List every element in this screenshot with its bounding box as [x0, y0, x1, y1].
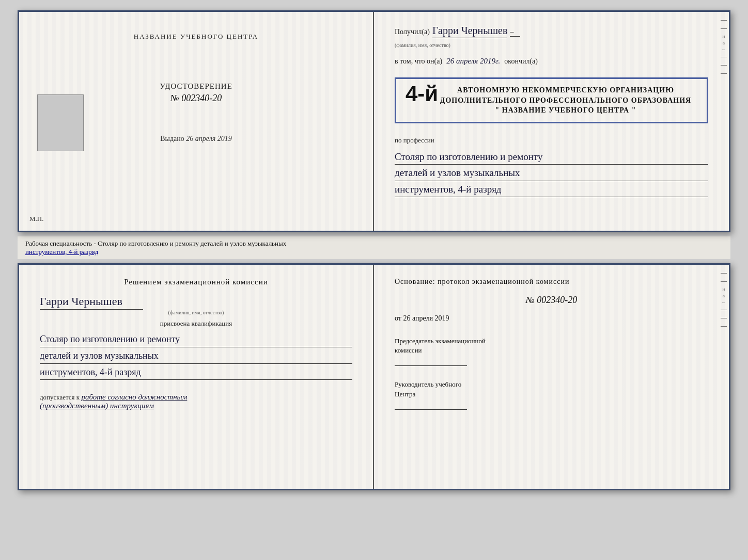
fio-label-bottom: (фамилия, имя, отчество) — [40, 310, 352, 315]
top-document: НАЗВАНИЕ УЧЕБНОГО ЦЕНТРА УДОСТОВЕРЕНИЕ №… — [18, 10, 730, 232]
dopuskaetsya-prefix: допускается к — [40, 393, 80, 401]
dash4 — [721, 65, 727, 66]
middle-text-underlined: инструментов, 4-й разряд — [25, 248, 98, 255]
b-dash5 — [721, 326, 727, 327]
recipient-name-bottom: Гарри Чернышев — [40, 295, 143, 310]
b-mark-arrow: ← — [722, 300, 726, 305]
prof-bottom-line3: инструментов, 4-й разряд — [40, 365, 352, 380]
ot-prefix: от — [395, 314, 401, 322]
ot-block: от 26 апреля 2019 — [395, 314, 708, 323]
mark-arrow: ← — [722, 47, 726, 52]
profession-line2-top: деталей и узлов музыкальных — [395, 166, 708, 181]
fio-label-top: (фамилия, имя, отчество) — [395, 42, 450, 48]
stamp-line3: " НАЗВАНИЕ УЧЕБНОГО ЦЕНТРА " — [434, 105, 697, 116]
photo-placeholder — [37, 94, 84, 151]
b-dash4 — [721, 318, 727, 318]
dopuskaetsya-block: допускается к работе согласно должностны… — [40, 393, 352, 410]
prisvoena-text: присвоена квалификация — [40, 319, 352, 328]
top-header: НАЗВАНИЕ УЧЕБНОГО ЦЕНТРА — [134, 33, 258, 41]
vydano-block: Выдано 26 апреля 2019 — [160, 135, 232, 143]
dash1 — [721, 20, 727, 21]
ot-date: 26 апреля 2019 — [403, 314, 449, 322]
poluchil-prefix: Получил(а) — [395, 28, 430, 36]
dash2 — [721, 28, 727, 29]
prof-bottom-line1: Столяр по изготовлению и ремонту — [40, 332, 352, 347]
b-mark-a: а — [723, 293, 725, 298]
predsedatel-block: Председатель экзаменационной комиссии — [395, 337, 708, 366]
stamp-block: 4-й АВТОНОМНУЮ НЕКОММЕРЧЕСКУЮ ОРГАНИЗАЦИ… — [395, 77, 708, 123]
dash3 — [721, 57, 727, 57]
middle-strip: Рабочая специальность - Столяр по изгото… — [18, 236, 730, 259]
predsedatel-signature — [395, 365, 467, 366]
b-mark-i: и — [723, 286, 725, 292]
profession-block-top: Столяр по изготовлению и ремонту деталей… — [395, 150, 708, 199]
vydano-label: Выдано — [160, 135, 184, 142]
mark-i: и — [723, 34, 725, 39]
b-dash1 — [721, 273, 727, 274]
document-container: НАЗВАНИЕ УЧЕБНОГО ЦЕНТРА УДОСТОВЕРЕНИЕ №… — [10, 10, 738, 490]
vtom-line: в том, что он(а) 26 апреля 2019г. окончи… — [395, 57, 708, 66]
b-dash2 — [721, 281, 727, 282]
right-side-marks-bottom: и а ← — [719, 265, 729, 489]
bottom-document: Решением экзаменационной комиссии Гарри … — [18, 263, 730, 490]
stamp-line1: АВТОНОМНУЮ НЕКОММЕРЧЕСКУЮ ОРГАНИЗАЦИЮ — [434, 85, 697, 95]
stamp-content: АВТОНОМНУЮ НЕКОММЕРЧЕСКУЮ ОРГАНИЗАЦИЮ ДО… — [406, 85, 697, 116]
predsedatel-line1: Председатель экзаменационной — [395, 337, 708, 346]
stamp-line2: ДОПОЛНИТЕЛЬНОГО ПРОФЕССИОНАЛЬНОГО ОБРАЗО… — [434, 95, 697, 106]
date-top: 26 апреля 2019г. — [446, 57, 500, 66]
okonchil-label: окончил(а) — [504, 57, 538, 66]
right-side-marks-top: и а ← — [719, 12, 729, 231]
vydano-date: 26 апреля 2019 — [186, 135, 231, 142]
bottom-right-page: Основание: протокол экзаменационной коми… — [374, 265, 729, 489]
profession-line3-top: инструментов, 4-й разряд — [395, 182, 708, 198]
rukovoditel-line2: Центра — [395, 390, 708, 399]
dopuskaetsya-italic2: (производственным) инструкциям — [40, 402, 154, 410]
udostoverenie-title: УДОСТОВЕРЕНИЕ — [160, 82, 232, 91]
rukovoditel-block: Руководитель учебного Центра — [395, 380, 708, 409]
osnovanie-text: Основание: протокол экзаменационной коми… — [395, 278, 708, 286]
vtom-prefix: в том, что он(а) — [395, 57, 442, 66]
po-professii: по профессии — [395, 136, 708, 145]
poluchil-line: Получил(а) Гарри Чернышев – (фамилия, им… — [395, 25, 708, 49]
middle-text-start: Рабочая специальность - Столяр по изгото… — [25, 239, 286, 247]
dopuskaetsya-italic1: работе согласно должностным — [81, 393, 187, 401]
number-block-bottom: № 002340-20 — [395, 295, 708, 306]
bottom-left-page: Решением экзаменационной комиссии Гарри … — [19, 265, 374, 489]
rukovoditel-line1: Руководитель учебного — [395, 380, 708, 389]
dash5 — [721, 73, 727, 74]
b-dash3 — [721, 310, 727, 310]
udostoverenie-number: № 002340-20 — [160, 93, 232, 104]
mp-block: М.П. — [29, 215, 43, 223]
udostoverenie-block: УДОСТОВЕРЕНИЕ № 002340-20 — [160, 82, 232, 104]
stamp-year: 4-й — [406, 83, 438, 105]
resheniem-text: Решением экзаменационной комиссии — [40, 278, 352, 286]
mark-a: а — [723, 40, 725, 45]
top-right-page: Получил(а) Гарри Чернышев – (фамилия, им… — [374, 12, 729, 231]
profession-line1-top: Столяр по изготовлению и ремонту — [395, 150, 708, 165]
predsedatel-line2: комиссии — [395, 346, 708, 355]
rukovoditel-signature — [395, 409, 467, 410]
prof-bottom-line2: деталей и узлов музыкальных — [40, 348, 352, 364]
name-block-bottom: Гарри Чернышев (фамилия, имя, отчество) — [40, 295, 352, 315]
recipient-name-top: Гарри Чернышев — [432, 25, 507, 38]
profession-block-bottom: Столяр по изготовлению и ремонту деталей… — [40, 332, 352, 381]
top-left-page: НАЗВАНИЕ УЧЕБНОГО ЦЕНТРА УДОСТОВЕРЕНИЕ №… — [19, 12, 374, 231]
